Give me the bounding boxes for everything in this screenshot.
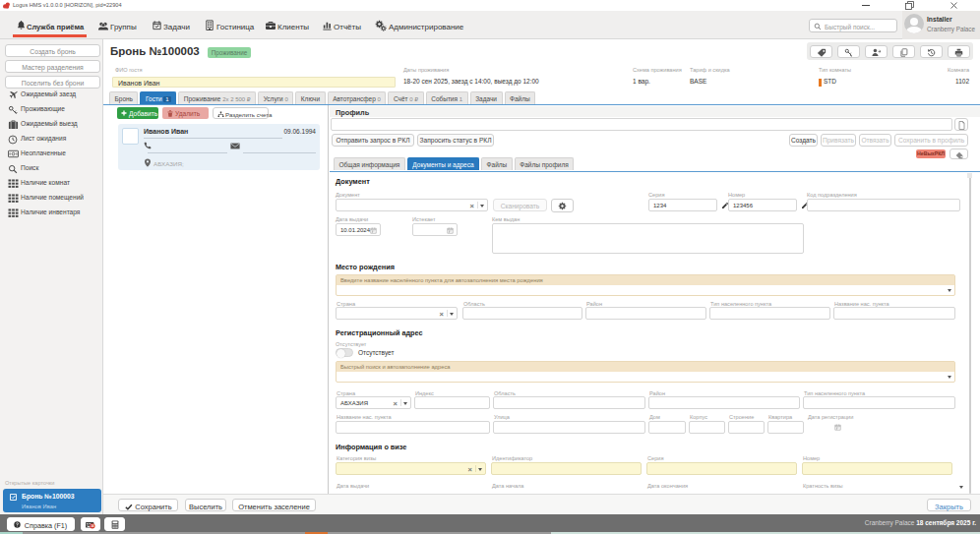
svg-text:14: 14 — [91, 523, 94, 527]
